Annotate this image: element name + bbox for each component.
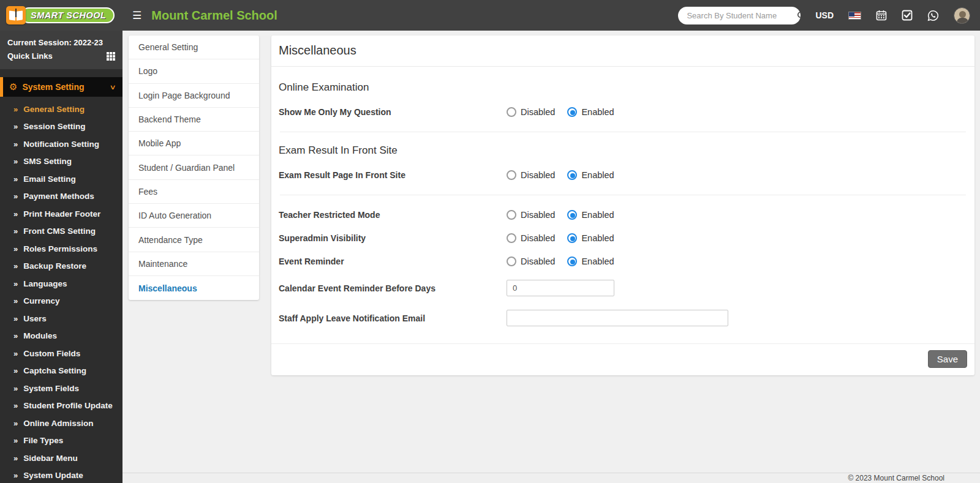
sidebar-item-languages[interactable]: »Languages <box>0 275 123 293</box>
sidebar-item-print-header-footer[interactable]: »Print Header Footer <box>0 205 123 223</box>
radio-label: Enabled <box>581 107 614 117</box>
radio-option-disabled[interactable]: Disabled <box>507 107 555 117</box>
sidebar-item-online-admission[interactable]: »Online Admission <box>0 414 123 432</box>
subnav-item-fees[interactable]: Fees <box>129 180 259 204</box>
chevron-right-icon: » <box>13 261 18 271</box>
radio-option-disabled[interactable]: Disabled <box>507 256 555 266</box>
subnav-item-mobile-app[interactable]: Mobile App <box>129 132 259 155</box>
search-input[interactable] <box>678 11 797 20</box>
subnav-item-attendance-type[interactable]: Attendance Type <box>129 228 259 252</box>
radio-option-enabled[interactable]: Enabled <box>567 256 614 266</box>
sidebar-item-label: Currency <box>23 296 59 305</box>
radio-group: Disabled Enabled <box>507 107 614 117</box>
quick-links-grid-icon[interactable] <box>107 52 115 61</box>
quick-links-label: Quick Links <box>7 50 53 63</box>
sidebar-item-general-setting[interactable]: »General Setting <box>0 100 123 118</box>
subnav-item-login-page-background[interactable]: Login Page Background <box>129 84 259 108</box>
form-row-calendar-event-reminder: Calendar Event Reminder Before Days <box>279 280 967 296</box>
chevron-down-icon: ∨ <box>109 83 116 91</box>
subnav-item-student-guardian-panel[interactable]: Student / Guardian Panel <box>129 155 259 179</box>
form-row-superadmin-visibility: Superadmin Visibility Disabled Enabled <box>279 233 967 243</box>
hamburger-menu-icon[interactable]: ☰ <box>132 10 141 21</box>
sidebar-item-student-profile-update[interactable]: »Student Profile Update <box>0 397 123 415</box>
calendar-reminder-days-input[interactable] <box>507 280 614 296</box>
sidebar-item-session-setting[interactable]: »Session Setting <box>0 118 123 136</box>
task-check-icon[interactable] <box>902 10 913 21</box>
sidebar-item-notification-setting[interactable]: »Notification Setting <box>0 135 123 153</box>
subnav-item-backend-theme[interactable]: Backend Theme <box>129 108 259 132</box>
student-search[interactable] <box>678 7 801 24</box>
sidebar-item-currency[interactable]: »Currency <box>0 293 123 310</box>
sidebar-item-roles-permissions[interactable]: »Roles Permissions <box>0 240 123 258</box>
radio-icon-checked[interactable] <box>567 210 577 220</box>
radio-group: Disabled Enabled <box>507 233 614 243</box>
radio-option-disabled[interactable]: Disabled <box>507 210 555 220</box>
radio-option-enabled[interactable]: Enabled <box>567 107 614 117</box>
radio-icon[interactable] <box>507 233 516 243</box>
sidebar-item-custom-fields[interactable]: »Custom Fields <box>0 345 123 362</box>
radio-icon[interactable] <box>507 256 516 266</box>
radio-icon-checked[interactable] <box>567 233 577 243</box>
subnav-item-miscellaneous[interactable]: Miscellaneous <box>129 276 259 300</box>
radio-icon-checked[interactable] <box>567 107 577 117</box>
sidebar-item-system-update[interactable]: »System Update <box>0 467 123 483</box>
brand-name: SMART SCHOOL <box>21 7 115 23</box>
subnav-item-id-auto-generation[interactable]: ID Auto Generation <box>129 204 259 228</box>
subnav-item-maintenance[interactable]: Maintenance <box>129 252 259 276</box>
sidebar-item-users[interactable]: »Users <box>0 310 123 328</box>
subnav-item-logo[interactable]: Logo <box>129 59 259 83</box>
chevron-right-icon: » <box>13 366 18 375</box>
user-avatar[interactable] <box>954 7 970 24</box>
field-label: Superadmin Visibility <box>279 233 507 243</box>
sidebar-item-backup-restore[interactable]: »Backup Restore <box>0 258 123 275</box>
radio-icon[interactable] <box>507 107 516 117</box>
radio-icon-checked[interactable] <box>567 170 577 180</box>
radio-icon[interactable] <box>507 210 516 220</box>
sidebar-item-label: Sidebar Menu <box>23 454 78 463</box>
staff-leave-notification-email-input[interactable] <box>507 310 728 326</box>
radio-option-disabled[interactable]: Disabled <box>507 170 555 180</box>
save-bar: Save <box>271 343 974 375</box>
sidebar-item-sidebar-menu[interactable]: »Sidebar Menu <box>0 449 123 467</box>
current-session-label: Current Session: 2022-23 <box>7 36 115 50</box>
chevron-right-icon: » <box>13 296 18 305</box>
form-row-staff-apply-leave-email: Staff Apply Leave Notification Email <box>279 310 967 326</box>
radio-option-enabled[interactable]: Enabled <box>567 233 614 243</box>
radio-icon[interactable] <box>507 170 516 180</box>
sidebar-item-front-cms-setting[interactable]: »Front CMS Setting <box>0 223 123 241</box>
sidebar-item-label: Users <box>23 314 47 323</box>
language-flag-icon[interactable] <box>848 12 861 20</box>
sidebar-item-system-setting[interactable]: ⚙ System Setting ∨ <box>0 77 123 97</box>
sidebar-item-file-types[interactable]: »File Types <box>0 432 123 450</box>
chevron-right-icon: » <box>13 314 18 323</box>
section-divider <box>280 132 966 132</box>
search-icon[interactable] <box>797 7 801 24</box>
sidebar-item-email-setting[interactable]: »Email Setting <box>0 170 123 188</box>
radio-label: Enabled <box>581 233 614 243</box>
radio-label: Disabled <box>521 210 555 220</box>
subnav-item-general-setting[interactable]: General Setting <box>129 36 259 59</box>
radio-option-disabled[interactable]: Disabled <box>507 233 555 243</box>
section-heading-online-examination: Online Examination <box>279 81 967 94</box>
app-logo[interactable]: SMART SCHOOL <box>0 0 123 31</box>
sidebar-item-label: Captcha Setting <box>23 366 86 375</box>
page-title-school-name: Mount Carmel School <box>151 9 277 23</box>
radio-option-enabled[interactable]: Enabled <box>567 210 614 220</box>
sidebar-item-sms-setting[interactable]: »SMS Setting <box>0 153 123 171</box>
chevron-right-icon: » <box>13 244 18 253</box>
form-row-teacher-restricted-mode: Teacher Restricted Mode Disabled Enabled <box>279 210 967 220</box>
save-button[interactable]: Save <box>928 350 967 368</box>
session-block: Current Session: 2022-23 Quick Links <box>0 31 123 69</box>
sidebar-item-payment-methods[interactable]: »Payment Methods <box>0 188 123 206</box>
whatsapp-icon[interactable] <box>927 10 939 21</box>
radio-option-enabled[interactable]: Enabled <box>567 170 614 180</box>
field-label: Event Reminder <box>279 256 507 266</box>
currency-selector[interactable]: USD <box>815 10 834 20</box>
calendar-icon[interactable] <box>876 10 887 21</box>
sidebar-item-modules[interactable]: »Modules <box>0 328 123 345</box>
sidebar-item-captcha-setting[interactable]: »Captcha Setting <box>0 362 123 380</box>
chevron-right-icon: » <box>13 105 18 114</box>
sidebar-item-system-fields[interactable]: »System Fields <box>0 380 123 397</box>
radio-icon-checked[interactable] <box>567 256 577 266</box>
sidebar-item-label: Student Profile Update <box>23 401 113 410</box>
